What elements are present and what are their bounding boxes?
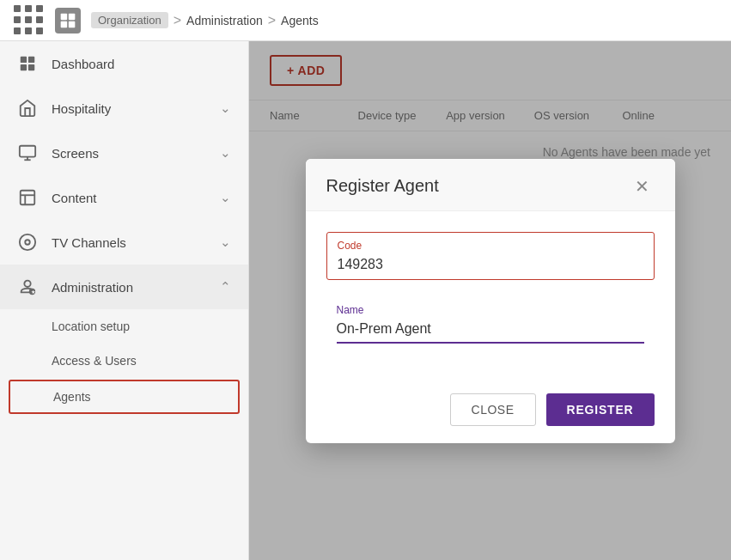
svg-point-14 xyxy=(20,234,35,250)
svg-text:★: ★ xyxy=(31,289,35,295)
close-button[interactable]: CLOSE xyxy=(450,393,536,426)
sidebar: Dashboard Hospitality ⌄ Screens ⌄ Conten… xyxy=(0,41,249,560)
screens-chevron-icon: ⌄ xyxy=(220,145,231,161)
dialog-footer: CLOSE REGISTER xyxy=(306,380,675,443)
name-field-underline xyxy=(337,342,644,344)
svg-rect-2 xyxy=(61,21,68,27)
breadcrumb-agents[interactable]: Agents xyxy=(281,14,319,27)
dialog-title: Register Agent xyxy=(326,176,439,196)
register-agent-dialog: Register Agent ✕ Code Name CLOSE xyxy=(306,159,675,443)
svg-rect-4 xyxy=(21,57,27,63)
content-chevron-icon: ⌄ xyxy=(220,190,231,205)
content-label: Content xyxy=(52,191,97,205)
svg-rect-11 xyxy=(21,191,35,205)
hospitality-icon xyxy=(17,98,38,119)
svg-rect-6 xyxy=(21,64,27,70)
svg-rect-1 xyxy=(69,13,76,20)
svg-point-15 xyxy=(25,240,30,245)
dialog-header: Register Agent ✕ xyxy=(306,159,675,211)
tv-chevron-icon: ⌄ xyxy=(220,234,231,250)
dashboard-icon xyxy=(17,53,38,74)
register-button[interactable]: REGISTER xyxy=(546,393,655,426)
hospitality-chevron-icon: ⌄ xyxy=(220,100,231,116)
breadcrumb-sep1: > xyxy=(174,13,181,28)
sidebar-item-hospitality[interactable]: Hospitality ⌄ xyxy=(0,86,248,131)
svg-rect-8 xyxy=(20,146,35,157)
tv-channels-label: TV Channels xyxy=(52,235,126,250)
dialog-close-button[interactable]: ✕ xyxy=(630,176,655,197)
code-label: Code xyxy=(338,240,643,252)
breadcrumb-administration[interactable]: Administration xyxy=(186,14,263,27)
sidebar-sub-access-users[interactable]: Access & Users xyxy=(0,344,248,378)
sidebar-sub-location-setup[interactable]: Location setup xyxy=(0,309,248,344)
content-area: + ADD Name Device type App version OS ve… xyxy=(249,41,731,560)
name-field: Name xyxy=(326,297,655,349)
hospitality-label: Hospitality xyxy=(52,101,111,116)
svg-rect-5 xyxy=(28,57,34,63)
sidebar-item-administration[interactable]: ★ Administration ⌃ xyxy=(0,265,248,309)
tv-icon xyxy=(17,232,38,253)
sidebar-item-content[interactable]: Content ⌄ xyxy=(0,175,248,220)
screens-label: Screens xyxy=(52,146,99,161)
svg-point-16 xyxy=(24,281,30,287)
content-icon xyxy=(17,187,38,208)
modal-overlay: Register Agent ✕ Code Name CLOSE xyxy=(249,41,731,560)
admin-icon: ★ xyxy=(17,277,38,297)
dialog-body: Code Name xyxy=(306,211,675,380)
breadcrumb-org: Organization xyxy=(91,12,168,28)
code-input[interactable] xyxy=(338,255,643,274)
dashboard-label: Dashboard xyxy=(52,57,114,71)
app-grid-icon[interactable] xyxy=(14,5,45,36)
code-field: Code xyxy=(326,232,655,280)
name-input[interactable] xyxy=(337,320,644,338)
sidebar-sub-agents[interactable]: Agents xyxy=(9,380,240,414)
screens-icon xyxy=(17,143,38,163)
breadcrumb: Organization > Administration > Agents xyxy=(91,12,319,28)
sidebar-item-tv-channels[interactable]: TV Channels ⌄ xyxy=(0,220,248,265)
sidebar-item-dashboard[interactable]: Dashboard xyxy=(0,41,248,86)
svg-rect-0 xyxy=(61,13,68,20)
top-bar: Organization > Administration > Agents xyxy=(0,0,731,41)
svg-rect-7 xyxy=(28,64,34,70)
svg-rect-3 xyxy=(69,21,76,27)
sidebar-item-screens[interactable]: Screens ⌄ xyxy=(0,131,248,175)
main-layout: Dashboard Hospitality ⌄ Screens ⌄ Conten… xyxy=(0,41,731,560)
name-label: Name xyxy=(337,304,644,316)
administration-label: Administration xyxy=(52,280,133,295)
admin-chevron-icon: ⌃ xyxy=(220,279,231,295)
breadcrumb-sep2: > xyxy=(268,13,276,28)
app-logo xyxy=(55,8,81,33)
